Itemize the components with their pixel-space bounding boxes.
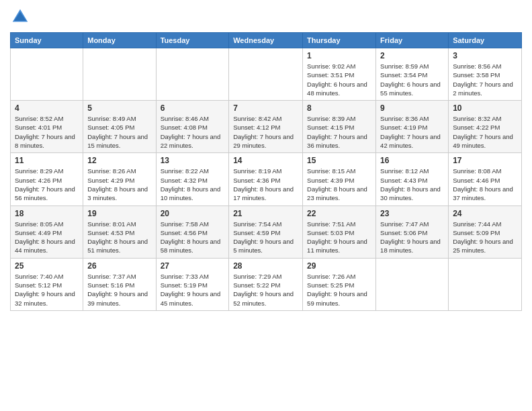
day-number: 3 <box>453 51 517 60</box>
day-info: Sunrise: 8:39 AMSunset: 4:15 PMDaylight:… <box>307 114 371 150</box>
day-info: Sunrise: 7:54 AMSunset: 4:59 PMDaylight:… <box>233 220 298 255</box>
day-number: 2 <box>380 51 444 60</box>
day-info: Sunrise: 8:36 AMSunset: 4:19 PMDaylight:… <box>380 114 444 150</box>
header-cell-monday: Monday <box>83 33 156 48</box>
week-row-1: 4Sunrise: 8:52 AMSunset: 4:01 PMDaylight… <box>11 101 522 153</box>
day-cell: 16Sunrise: 8:12 AMSunset: 4:43 PMDayligh… <box>376 153 449 205</box>
day-info: Sunrise: 8:56 AMSunset: 3:58 PMDaylight:… <box>453 62 517 97</box>
day-number: 15 <box>307 156 371 165</box>
day-number: 27 <box>161 261 225 271</box>
day-number: 14 <box>233 156 298 165</box>
day-number: 17 <box>453 156 517 165</box>
day-info: Sunrise: 7:33 AMSunset: 5:19 PMDaylight:… <box>161 272 225 308</box>
day-info: Sunrise: 8:42 AMSunset: 4:12 PMDaylight:… <box>233 114 298 150</box>
page: SundayMondayTuesdayWednesdayThursdayFrid… <box>0 0 532 411</box>
day-cell: 13Sunrise: 8:22 AMSunset: 4:32 PMDayligh… <box>156 153 229 205</box>
day-number: 5 <box>87 103 151 113</box>
day-number: 7 <box>233 103 298 113</box>
day-number: 1 <box>307 51 371 60</box>
logo-icon <box>10 7 30 27</box>
day-cell: 3Sunrise: 8:56 AMSunset: 3:58 PMDaylight… <box>449 48 522 101</box>
day-info: Sunrise: 9:02 AMSunset: 3:51 PMDaylight:… <box>307 62 371 97</box>
day-cell: 1Sunrise: 9:02 AMSunset: 3:51 PMDaylight… <box>303 48 376 101</box>
day-info: Sunrise: 7:26 AMSunset: 5:25 PMDaylight:… <box>307 272 371 308</box>
day-cell: 19Sunrise: 8:01 AMSunset: 4:53 PMDayligh… <box>83 205 156 258</box>
day-cell: 2Sunrise: 8:59 AMSunset: 3:54 PMDaylight… <box>376 48 449 101</box>
day-cell: 26Sunrise: 7:37 AMSunset: 5:16 PMDayligh… <box>83 258 156 310</box>
day-info: Sunrise: 7:37 AMSunset: 5:16 PMDaylight:… <box>87 272 151 308</box>
day-cell: 21Sunrise: 7:54 AMSunset: 4:59 PMDayligh… <box>229 205 303 258</box>
day-number: 6 <box>161 103 225 113</box>
day-info: Sunrise: 7:58 AMSunset: 4:56 PMDaylight:… <box>161 220 225 255</box>
logo <box>10 7 33 27</box>
day-info: Sunrise: 8:49 AMSunset: 4:05 PMDaylight:… <box>87 114 151 150</box>
day-info: Sunrise: 8:26 AMSunset: 4:29 PMDaylight:… <box>87 167 151 202</box>
day-number: 24 <box>453 209 517 218</box>
day-cell: 14Sunrise: 8:19 AMSunset: 4:36 PMDayligh… <box>229 153 303 205</box>
header-cell-saturday: Saturday <box>449 33 522 48</box>
day-info: Sunrise: 7:47 AMSunset: 5:06 PMDaylight:… <box>380 220 444 255</box>
header-cell-sunday: Sunday <box>11 33 83 48</box>
day-cell: 17Sunrise: 8:08 AMSunset: 4:46 PMDayligh… <box>449 153 522 205</box>
day-cell <box>83 48 156 101</box>
day-cell: 5Sunrise: 8:49 AMSunset: 4:05 PMDaylight… <box>83 101 156 153</box>
header-cell-tuesday: Tuesday <box>156 33 229 48</box>
day-number: 4 <box>15 103 79 113</box>
day-number: 22 <box>307 209 371 218</box>
day-number: 21 <box>233 209 298 218</box>
header-cell-thursday: Thursday <box>303 33 376 48</box>
day-info: Sunrise: 8:01 AMSunset: 4:53 PMDaylight:… <box>87 220 151 255</box>
day-cell: 11Sunrise: 8:29 AMSunset: 4:26 PMDayligh… <box>11 153 83 205</box>
day-number: 25 <box>15 261 79 271</box>
day-info: Sunrise: 8:05 AMSunset: 4:49 PMDaylight:… <box>15 220 79 255</box>
calendar-body: 1Sunrise: 9:02 AMSunset: 3:51 PMDaylight… <box>11 48 522 311</box>
day-info: Sunrise: 7:29 AMSunset: 5:22 PMDaylight:… <box>233 272 298 308</box>
day-number: 12 <box>87 156 151 165</box>
day-number: 8 <box>307 103 371 113</box>
day-number: 13 <box>161 156 225 165</box>
day-cell: 9Sunrise: 8:36 AMSunset: 4:19 PMDaylight… <box>376 101 449 153</box>
day-cell: 28Sunrise: 7:29 AMSunset: 5:22 PMDayligh… <box>229 258 303 310</box>
header-cell-friday: Friday <box>376 33 449 48</box>
day-info: Sunrise: 8:19 AMSunset: 4:36 PMDaylight:… <box>233 167 298 202</box>
day-info: Sunrise: 8:22 AMSunset: 4:32 PMDaylight:… <box>161 167 225 202</box>
calendar-table: SundayMondayTuesdayWednesdayThursdayFrid… <box>10 32 522 311</box>
day-cell: 12Sunrise: 8:26 AMSunset: 4:29 PMDayligh… <box>83 153 156 205</box>
day-number: 23 <box>380 209 444 218</box>
day-info: Sunrise: 8:29 AMSunset: 4:26 PMDaylight:… <box>15 167 79 202</box>
day-cell: 25Sunrise: 7:40 AMSunset: 5:12 PMDayligh… <box>11 258 83 310</box>
day-cell: 6Sunrise: 8:46 AMSunset: 4:08 PMDaylight… <box>156 101 229 153</box>
day-number: 29 <box>307 261 371 271</box>
day-number: 16 <box>380 156 444 165</box>
day-info: Sunrise: 7:44 AMSunset: 5:09 PMDaylight:… <box>453 220 517 255</box>
day-info: Sunrise: 8:32 AMSunset: 4:22 PMDaylight:… <box>453 114 517 150</box>
day-cell: 8Sunrise: 8:39 AMSunset: 4:15 PMDaylight… <box>303 101 376 153</box>
week-row-3: 18Sunrise: 8:05 AMSunset: 4:49 PMDayligh… <box>11 205 522 258</box>
day-cell: 27Sunrise: 7:33 AMSunset: 5:19 PMDayligh… <box>156 258 229 310</box>
day-info: Sunrise: 8:52 AMSunset: 4:01 PMDaylight:… <box>15 114 79 150</box>
day-cell: 22Sunrise: 7:51 AMSunset: 5:03 PMDayligh… <box>303 205 376 258</box>
header <box>10 7 522 27</box>
day-cell: 20Sunrise: 7:58 AMSunset: 4:56 PMDayligh… <box>156 205 229 258</box>
day-cell <box>376 258 449 310</box>
day-cell: 24Sunrise: 7:44 AMSunset: 5:09 PMDayligh… <box>449 205 522 258</box>
day-number: 26 <box>87 261 151 271</box>
day-cell: 10Sunrise: 8:32 AMSunset: 4:22 PMDayligh… <box>449 101 522 153</box>
calendar-header-row: SundayMondayTuesdayWednesdayThursdayFrid… <box>11 33 522 48</box>
day-cell <box>156 48 229 101</box>
day-number: 11 <box>15 156 79 165</box>
day-cell: 15Sunrise: 8:15 AMSunset: 4:39 PMDayligh… <box>303 153 376 205</box>
day-info: Sunrise: 8:46 AMSunset: 4:08 PMDaylight:… <box>161 114 225 150</box>
day-number: 20 <box>161 209 225 218</box>
day-cell: 18Sunrise: 8:05 AMSunset: 4:49 PMDayligh… <box>11 205 83 258</box>
day-info: Sunrise: 7:51 AMSunset: 5:03 PMDaylight:… <box>307 220 371 255</box>
day-cell: 23Sunrise: 7:47 AMSunset: 5:06 PMDayligh… <box>376 205 449 258</box>
day-number: 19 <box>87 209 151 218</box>
day-cell: 7Sunrise: 8:42 AMSunset: 4:12 PMDaylight… <box>229 101 303 153</box>
day-number: 9 <box>380 103 444 113</box>
week-row-0: 1Sunrise: 9:02 AMSunset: 3:51 PMDaylight… <box>11 48 522 101</box>
day-cell <box>449 258 522 310</box>
day-info: Sunrise: 7:40 AMSunset: 5:12 PMDaylight:… <box>15 272 79 308</box>
day-cell: 29Sunrise: 7:26 AMSunset: 5:25 PMDayligh… <box>303 258 376 310</box>
day-info: Sunrise: 8:15 AMSunset: 4:39 PMDaylight:… <box>307 167 371 202</box>
